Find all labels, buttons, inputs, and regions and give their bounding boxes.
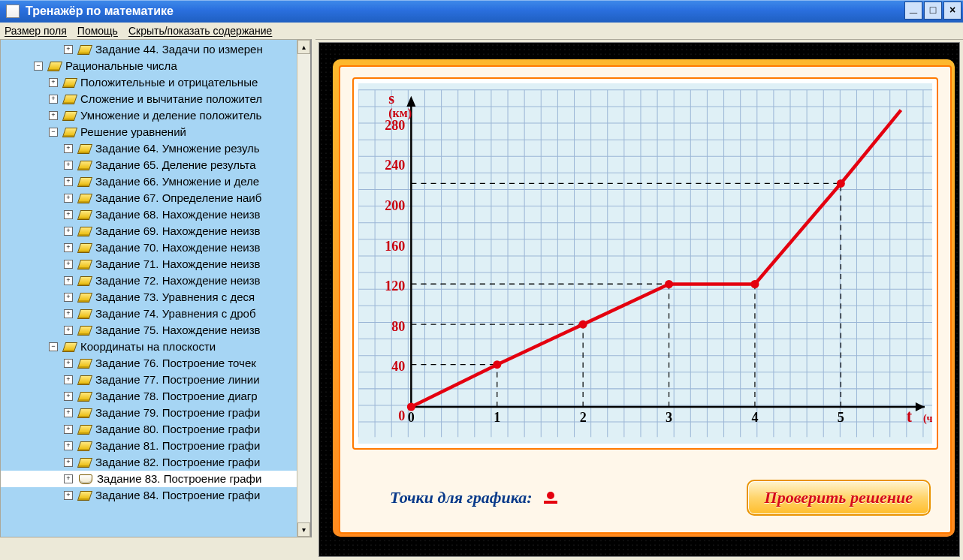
scroll-up-icon[interactable]: ▴ [297, 40, 310, 54]
tree-node[interactable]: +Задание 69. Нахождение неизв [1, 223, 310, 239]
tree-node[interactable]: +Задание 68. Нахождение неизв [1, 206, 310, 223]
tree-node[interactable]: − Координаты на плоскости [1, 339, 310, 355]
tree-vertical-scrollbar[interactable]: ▴ ▾ [297, 40, 310, 537]
svg-text:0: 0 [398, 408, 405, 423]
book-icon [77, 458, 92, 468]
tree-node[interactable]: +Задание 65. Деление результа [1, 157, 310, 173]
menu-size[interactable]: Размер поля [5, 25, 67, 37]
expander-icon[interactable]: + [49, 111, 58, 120]
expander-icon[interactable]: + [64, 474, 73, 483]
tree-node[interactable]: − Рациональные числа [1, 58, 310, 74]
tree-label: Задание 66. Умножение и деле [95, 173, 259, 190]
book-icon [77, 425, 92, 435]
expander-icon[interactable]: + [64, 359, 73, 368]
expander-icon[interactable]: + [64, 161, 73, 170]
svg-text:s: s [388, 90, 394, 107]
points-label-text: Точки для графика: [390, 488, 533, 507]
points-tool-label: Точки для графика: [390, 488, 558, 507]
tree-node[interactable]: +Задание 73. Уравнения с деся [1, 289, 310, 306]
expander-icon[interactable]: + [49, 95, 58, 104]
check-solution-button[interactable]: Проверить решение [747, 480, 931, 516]
menu-help[interactable]: Помощь [77, 25, 118, 37]
expander-icon[interactable]: + [64, 491, 73, 500]
scroll-track[interactable] [297, 54, 310, 522]
tree-label: Задание 64. Умножение резуль [95, 140, 260, 157]
expander-icon[interactable]: + [64, 392, 73, 401]
tree-node[interactable]: +Задание 67. Определение наиб [1, 190, 310, 206]
expander-icon[interactable]: + [49, 78, 58, 87]
expander-icon[interactable]: + [64, 375, 73, 384]
close-button[interactable]: × [943, 2, 961, 20]
expander-icon[interactable]: − [49, 128, 58, 137]
tree-node[interactable]: +Задание 84. Построение графи [1, 487, 310, 504]
tree-node[interactable]: +Задание 74. Уравнения с дроб [1, 306, 310, 322]
svg-point-93 [837, 179, 845, 188]
splitter[interactable] [312, 39, 315, 560]
svg-text:t: t [907, 407, 913, 426]
tree-node[interactable]: +Задание 82. Построение графи [1, 454, 310, 471]
tree-node[interactable]: + Задание 44. Задачи по измерен [1, 41, 310, 58]
book-icon [77, 408, 92, 418]
point-marker-icon[interactable] [543, 492, 558, 504]
tree-node[interactable]: +Задание 70. Нахождение неизв [1, 239, 310, 256]
tree-node[interactable]: +Задание 80. Построение графи [1, 421, 310, 438]
chart[interactable]: 01234540801201602002402800s(км)t(ч) [358, 83, 932, 444]
expander-icon[interactable]: + [64, 458, 73, 467]
expander-icon[interactable]: − [34, 62, 43, 71]
expander-icon[interactable]: + [64, 425, 73, 434]
tree-node-selected[interactable]: +Задание 83. Построение графи [1, 471, 310, 487]
tree-node[interactable]: +Задание 78. Построение диагр [1, 388, 310, 405]
chart-container: 01234540801201602002402800s(км)t(ч) [352, 77, 938, 450]
tree-node[interactable]: +Задание 72. Нахождение неизв [1, 272, 310, 289]
topic-tree[interactable]: + Задание 44. Задачи по измерен − Рацион… [1, 40, 310, 537]
expander-icon[interactable]: + [64, 309, 73, 318]
tree-label: Задание 65. Деление результа [95, 157, 256, 173]
expander-icon[interactable]: + [64, 144, 73, 153]
tree-node[interactable]: +Задание 75. Нахождение неизв [1, 322, 310, 339]
expander-icon[interactable]: + [64, 326, 73, 335]
menu-toggle-contents[interactable]: Скрыть/показать содержание [128, 25, 272, 37]
tree-label: Задание 84. Построение графи [95, 487, 260, 504]
tree-label: Задание 76. Построение точек [95, 355, 256, 372]
tree-node[interactable]: +Задание 81. Построение графи [1, 438, 310, 454]
tree-node[interactable]: − Решение уравнений [1, 124, 310, 140]
tree-node[interactable]: + Умножение и деление положитель [1, 107, 310, 124]
expander-icon[interactable]: + [64, 227, 73, 236]
tree-node[interactable]: +Задание 76. Построение точек [1, 355, 310, 372]
expander-icon[interactable]: + [64, 260, 73, 269]
tree-node[interactable]: +Задание 77. Построение линии [1, 372, 310, 388]
menu-bar: Размер поля Помощь Скрыть/показать содер… [0, 23, 963, 40]
scroll-down-icon[interactable]: ▾ [297, 522, 310, 537]
tree-label: Задание 74. Уравнения с дроб [95, 306, 255, 322]
tree-label: Положительные и отрицательные [80, 74, 258, 91]
tree-node[interactable]: +Задание 64. Умножение резуль [1, 140, 310, 157]
tree-label: Задание 82. Построение графи [95, 454, 260, 471]
tree-node[interactable]: +Задание 79. Построение графи [1, 405, 310, 421]
svg-text:4: 4 [751, 410, 758, 425]
expander-icon[interactable]: + [64, 441, 73, 450]
expander-icon[interactable]: + [64, 177, 73, 186]
svg-text:240: 240 [385, 158, 405, 173]
expander-icon[interactable]: + [64, 293, 73, 302]
tree-label: Задание 83. Построение графи [97, 471, 261, 487]
book-icon [62, 78, 77, 88]
book-icon [47, 62, 62, 71]
svg-text:3: 3 [666, 410, 672, 425]
book-icon [77, 375, 92, 385]
tree-node[interactable]: +Задание 71. Нахождение неизв [1, 256, 310, 272]
expander-icon[interactable]: + [64, 276, 73, 285]
expander-icon[interactable]: + [64, 210, 73, 219]
tree-node[interactable]: +Задание 66. Умножение и деле [1, 173, 310, 190]
tree-node[interactable]: + Сложение и вычитание положител [1, 91, 310, 107]
expander-icon[interactable]: + [64, 45, 73, 54]
expander-icon[interactable]: + [64, 194, 73, 203]
maximize-button[interactable]: □ [924, 2, 942, 20]
expander-icon[interactable]: + [64, 408, 73, 417]
tree-node[interactable]: + Положительные и отрицательные [1, 74, 310, 91]
minimize-button[interactable]: _ [904, 2, 922, 20]
svg-point-88 [407, 402, 415, 411]
expander-icon[interactable]: + [64, 243, 73, 252]
expander-icon[interactable]: − [49, 342, 58, 351]
svg-text:160: 160 [385, 239, 405, 254]
svg-point-91 [665, 280, 673, 288]
